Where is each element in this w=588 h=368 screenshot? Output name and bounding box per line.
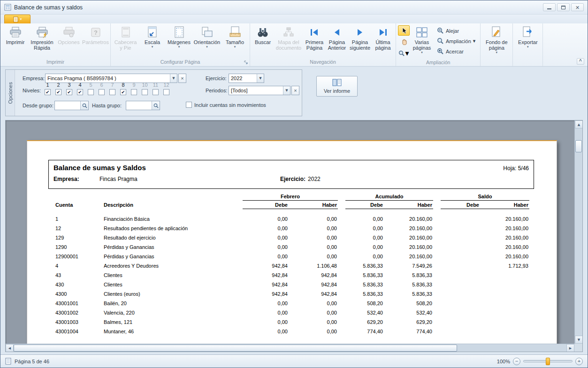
nivel-number: 11 <box>153 82 158 88</box>
scroll-down-icon[interactable]: ▼ <box>575 336 583 344</box>
buscar-button[interactable]: Buscar <box>252 24 274 59</box>
hasta-grupo-input[interactable] <box>126 101 160 110</box>
svg-text:?: ? <box>94 29 98 36</box>
dropdown-arrow-icon[interactable]: ▼ <box>257 74 264 83</box>
report-row: 1Financiación Básica0,000,000,0020.160,0… <box>55 214 529 224</box>
dropdown-arrow-icon[interactable]: ▼ <box>283 86 290 95</box>
nivel-checkbox[interactable] <box>142 89 148 95</box>
zoom-slider[interactable] <box>523 360 573 362</box>
horizontal-scrollbar[interactable]: ◀ ▶ <box>6 344 574 352</box>
cell-acu_debe: 5.836,33 <box>338 263 384 269</box>
hasta-grupo-search-button[interactable] <box>152 101 160 110</box>
maximize-button[interactable] <box>557 3 570 11</box>
primera-pagina-button[interactable]: Primera Página <box>303 24 326 59</box>
scroll-up-icon[interactable]: ▲ <box>575 120 583 128</box>
nivel-checkbox[interactable]: ✔ <box>66 89 72 95</box>
dropdown-arrow-icon: ▾ <box>421 51 423 54</box>
vertical-scrollbar[interactable]: ▲ ▼ <box>574 120 582 344</box>
horizontal-scrollbar-thumb[interactable] <box>14 345 457 352</box>
cell-sal_haber: 20.160,00 <box>480 225 529 231</box>
dropdown-arrow-icon[interactable]: ▼ <box>170 74 177 83</box>
pagina-siguiente-button[interactable]: Página siguiente <box>348 24 372 59</box>
cell-feb_debe: 0,00 <box>235 329 289 334</box>
ribbon-collapse-button[interactable]: ^ <box>577 58 584 65</box>
nivel-checkbox[interactable]: ✔ <box>55 89 61 95</box>
file-menu-tab[interactable]: ▾ <box>4 15 31 23</box>
ultima-pagina-button[interactable]: Última página <box>372 24 394 59</box>
varias-paginas-button[interactable]: Varias páginas ▾ <box>410 24 434 59</box>
close-button[interactable]: × <box>571 3 584 11</box>
clear-icon: × <box>181 75 183 81</box>
nivel-checkbox[interactable] <box>99 89 105 95</box>
empresa-label: Empresa: <box>23 74 45 83</box>
ejercicio-combobox[interactable]: 2022 ▼ <box>229 74 264 83</box>
hand-tool-button[interactable] <box>398 37 410 47</box>
imprimir-button[interactable]: Imprimir <box>2 24 29 59</box>
orientacion-button[interactable]: Orientación ▾ <box>192 24 221 59</box>
report-empresa-label: Empresa: <box>53 176 99 182</box>
nivel-checkbox[interactable]: ✔ <box>77 89 83 95</box>
desde-grupo-field[interactable] <box>55 101 80 110</box>
pointer-tool-button[interactable] <box>398 25 410 36</box>
nivel-checkbox[interactable] <box>88 89 94 95</box>
cell-acu_haber: 5.836,33 <box>384 272 433 278</box>
periodos-clear-button[interactable]: × <box>291 86 299 95</box>
acercar-button[interactable]: Acercar <box>435 47 477 56</box>
minimize-button[interactable] <box>543 3 556 11</box>
nivel-column: 3✔ <box>64 82 75 95</box>
group-label-fondo <box>481 59 512 66</box>
nivel-checkbox[interactable] <box>109 89 115 95</box>
cell-cuenta: 1290 <box>55 244 104 250</box>
zoom-in-icon <box>437 48 444 55</box>
document-preview[interactable]: Balance de sumas y Saldos Hoja: 5/46 Emp… <box>5 120 583 352</box>
nivel-checkbox[interactable]: ✔ <box>45 89 51 95</box>
nivel-number: 3 <box>68 82 70 88</box>
dialog-launcher-icon[interactable] <box>244 60 248 67</box>
nivel-checkbox[interactable] <box>153 89 159 95</box>
scroll-right-icon[interactable]: ▶ <box>566 344 574 352</box>
zoom-in-button[interactable]: + <box>575 358 583 365</box>
horizontal-scrollbar-track[interactable] <box>457 344 566 352</box>
cell-acu_debe: 5.836,33 <box>338 291 384 297</box>
pagina-anterior-button[interactable]: Página Anterior <box>326 24 348 59</box>
alejar-label: Alejar <box>446 28 459 34</box>
nivel-number: 6 <box>100 82 103 88</box>
zoom-out-button[interactable]: − <box>513 358 520 365</box>
zoom-tool-button[interactable]: ▾ <box>398 48 410 58</box>
empresa-clear-button[interactable]: × <box>178 74 186 83</box>
nivel-checkbox[interactable]: ✔ <box>120 89 126 95</box>
cell-feb_debe: 942,84 <box>235 263 289 269</box>
tamano-label: Tamaño <box>226 39 244 45</box>
margenes-button[interactable]: Márgenes ▾ <box>166 24 192 59</box>
nivel-checkbox[interactable] <box>131 89 137 95</box>
desde-grupo-input[interactable] <box>54 101 89 110</box>
zoom-slider-thumb[interactable] <box>546 358 550 365</box>
collapse-icon: ^ <box>579 59 582 64</box>
parametros-label: Parámetros <box>82 39 109 45</box>
ver-informe-button[interactable]: Ver informe <box>316 76 358 97</box>
ribbon-group-fondo: Fondo de página ▾ <box>481 23 513 66</box>
hasta-grupo-field[interactable] <box>126 101 152 110</box>
incluir-cuentas-checkbox[interactable] <box>186 102 192 108</box>
parametros-button: ? Parámetros <box>82 24 109 59</box>
exportar-button[interactable]: Exportar ▾ <box>514 24 541 59</box>
nivel-checkbox[interactable] <box>163 89 169 95</box>
report-row: 12900001Pérdidas y Ganancias0,000,000,00… <box>55 252 529 261</box>
impresion-rapida-button[interactable]: Impresión Rápida <box>29 24 55 59</box>
escala-button[interactable]: Escala ▾ <box>139 24 166 59</box>
tamano-button[interactable]: Tamaño ▾ <box>221 24 248 59</box>
alejar-button[interactable]: Alejar <box>435 26 477 35</box>
fondo-pagina-button[interactable]: Fondo de página ▾ <box>482 24 511 59</box>
vertical-scrollbar-thumb[interactable] <box>575 140 582 152</box>
fondo-pagina-label: Fondo de página <box>482 39 511 51</box>
cell-acu_debe: 5.836,33 <box>338 272 384 278</box>
empresa-combobox[interactable]: Fincas Pragma ( B58959784 ) ▼ <box>45 74 177 83</box>
nivel-column: 5 <box>85 82 96 95</box>
cell-feb_debe: 0,00 <box>235 216 289 222</box>
scroll-left-icon[interactable]: ◀ <box>6 344 14 352</box>
options-side-strip: Opciones <box>6 70 15 116</box>
periodos-combobox[interactable]: [Todos] ▼ <box>229 86 290 95</box>
ampliacion-button[interactable]: Ampliación ▾ <box>435 37 477 45</box>
desde-grupo-search-button[interactable] <box>80 101 88 110</box>
cell-acu_haber: 20.160,00 <box>384 235 433 240</box>
